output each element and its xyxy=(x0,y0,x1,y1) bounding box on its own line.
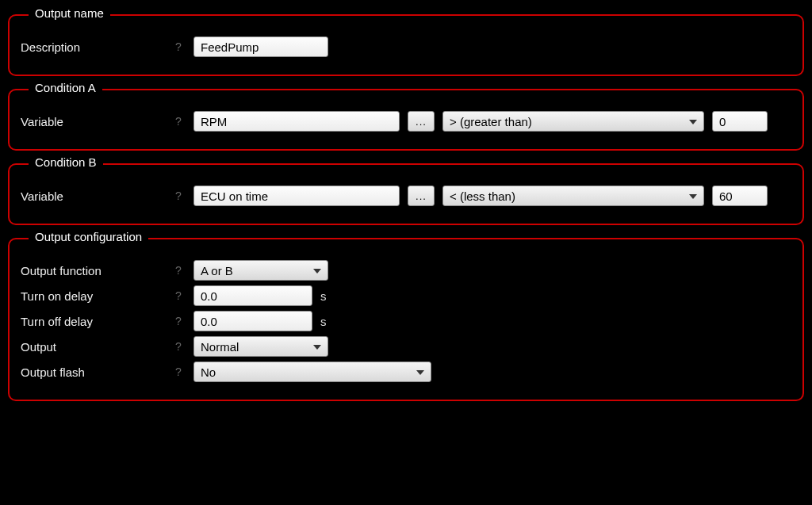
help-icon[interactable]: ? xyxy=(171,189,186,202)
help-icon[interactable]: ? xyxy=(171,365,186,378)
output-function-value: A or B xyxy=(201,264,233,277)
help-icon[interactable]: ? xyxy=(171,40,186,53)
row-turn-off-delay: Turn off delay ? s xyxy=(21,311,791,331)
label-turn-on-delay: Turn on delay xyxy=(21,289,163,303)
variable-a-browse-button[interactable]: ... xyxy=(408,111,435,132)
operator-a-value: > (greater than) xyxy=(450,115,532,128)
output-flash-value: No xyxy=(201,365,216,379)
help-icon[interactable]: ? xyxy=(171,340,186,353)
legend-condition-a: Condition A xyxy=(29,81,102,94)
label-output-function: Output function xyxy=(21,264,163,277)
output-flash-select[interactable]: No xyxy=(193,362,431,382)
output-function-select[interactable]: A or B xyxy=(193,260,328,281)
unit-seconds: s xyxy=(320,315,327,328)
variable-b-input[interactable] xyxy=(193,186,400,206)
operator-a-select[interactable]: > (greater than) xyxy=(442,111,704,132)
variable-a-input[interactable] xyxy=(193,111,400,132)
row-output-function: Output function ? A or B xyxy=(21,260,791,281)
variable-b-browse-button[interactable]: ... xyxy=(408,186,435,206)
help-icon[interactable]: ? xyxy=(171,264,186,277)
row-turn-on-delay: Turn on delay ? s xyxy=(21,285,791,306)
output-select[interactable]: Normal xyxy=(193,336,328,357)
group-output-config: Output configuration Output function ? A… xyxy=(8,238,804,401)
row-description: Description ? xyxy=(21,36,791,57)
threshold-b-input[interactable] xyxy=(712,186,768,206)
label-variable-b: Variable xyxy=(21,189,163,203)
operator-b-value: < (less than) xyxy=(450,189,515,203)
row-condition-b: Variable ? ... < (less than) xyxy=(21,186,791,206)
label-variable-a: Variable xyxy=(21,115,163,128)
output-value: Normal xyxy=(201,340,239,354)
operator-b-select[interactable]: < (less than) xyxy=(442,186,704,206)
threshold-a-input[interactable] xyxy=(712,111,768,132)
label-output-flash: Output flash xyxy=(21,365,163,379)
label-description: Description xyxy=(21,40,163,54)
legend-condition-b: Condition B xyxy=(29,155,103,169)
unit-seconds: s xyxy=(320,289,327,303)
turn-off-delay-input[interactable] xyxy=(193,311,312,331)
description-input[interactable] xyxy=(193,36,328,57)
turn-on-delay-input[interactable] xyxy=(193,285,312,306)
row-output: Output ? Normal xyxy=(21,336,791,357)
legend-output-config: Output configuration xyxy=(29,230,148,243)
legend-output-name: Output name xyxy=(29,6,110,20)
group-condition-b: Condition B Variable ? ... < (less than) xyxy=(8,163,804,225)
row-output-flash: Output flash ? No xyxy=(21,362,791,382)
label-turn-off-delay: Turn off delay xyxy=(21,315,163,328)
group-output-name: Output name Description ? xyxy=(8,14,804,76)
help-icon[interactable]: ? xyxy=(171,289,186,302)
group-condition-a: Condition A Variable ? ... > (greater th… xyxy=(8,89,804,151)
label-output: Output xyxy=(21,340,163,354)
help-icon[interactable]: ? xyxy=(171,315,186,327)
row-condition-a: Variable ? ... > (greater than) xyxy=(21,111,791,132)
help-icon[interactable]: ? xyxy=(171,115,186,128)
